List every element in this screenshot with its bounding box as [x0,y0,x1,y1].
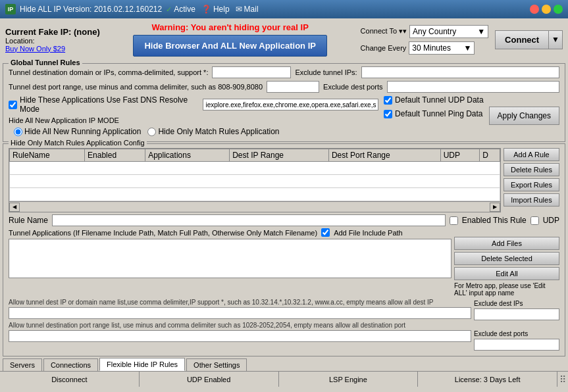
rule-name-input[interactable] [52,214,446,226]
allow-dest-input[interactable] [9,307,471,319]
allow-port-input[interactable] [9,330,471,342]
udp-checkbox[interactable] [384,96,392,105]
tab-other[interactable]: Other Settings [186,358,247,371]
tunnel-apps-area [9,239,452,278]
warning-section: Warning: You aren't hiding your real IP … [107,22,354,57]
empty-row-2 [10,175,500,188]
exclude-ports-input[interactable] [387,81,559,93]
allow-dest-left: Allow tunnel dest IP or domain name list… [9,299,471,342]
col-dest-ip: Dest IP Range [230,149,329,162]
tunnel-apps-buttons: Add Files Delete Selected Edit All For M… [454,237,559,297]
dropdown-arrow-icon: ▼ [477,27,485,36]
fast-dns-row: Hide These Applications Use Fast DNS Res… [9,95,378,114]
change-every-label: Change Every [361,44,407,52]
close-button[interactable] [530,5,539,14]
mail-label[interactable]: Mail [244,5,259,14]
fast-dns-label: Hide These Applications Use Fast DNS Res… [20,95,200,114]
fake-ip-title: Current Fake IP: (none) [5,27,100,37]
minimize-button[interactable] [542,5,551,14]
fast-dns-apps-input[interactable] [203,99,378,110]
tab-servers[interactable]: Servers [3,358,42,371]
allow-dest-right: Exclude dest IPs Exclude dest ports [474,299,559,351]
rules-table-container: RuleName Enabled Applications Dest IP Ra… [9,148,501,202]
hide-mode-label: Hide All New Application IP MODE [9,116,119,124]
tunnel-apps-section: Add Files Delete Selected Edit All For M… [9,237,559,297]
radio-match-item: Hide Only Match Rules Application [147,127,279,136]
left-tunnel-opts: Hide These Applications Use Fast DNS Res… [9,95,378,136]
exclude-ips-label: Exclude tunnel IPs: [295,68,357,76]
lower-tunnel-section: Hide These Applications Use Fast DNS Res… [9,95,559,136]
edit-all-button[interactable]: Edit All [454,267,559,280]
col-enabled: Enabled [85,149,145,162]
scroll-left-button[interactable]: ◀ [9,203,20,212]
status-license: License: 3 Days Left [418,372,557,387]
add-rule-button[interactable]: Add A Rule [503,148,559,161]
fast-dns-checkbox[interactable] [9,101,17,109]
title-bar-left: IP Hide ALL IP Version: 2016.02.12.16021… [5,4,259,14]
connect-button[interactable]: Connect [495,30,549,49]
col-d: D [480,149,500,162]
exclude-dest-ports-group: Exclude dest ports [474,330,559,351]
empty-row [10,162,500,175]
import-rules-button[interactable]: Import Rules [503,193,559,207]
allow-dest-section: Allow tunnel dest IP or domain name list… [9,299,559,351]
fake-ip-box: Current Fake IP: (none) Location: Buy No… [5,27,100,53]
dest-port-input[interactable] [267,81,319,93]
allow-port-label: Allow tunnel destination port range list… [9,322,471,329]
apply-changes-button[interactable]: Apply Changes [489,107,559,125]
app-title: Hide ALL IP Version: 2016.02.12.160212 [20,5,162,14]
col-dest-port: Dest Port Range [328,149,440,162]
col-udp: UDP [440,149,480,162]
active-label[interactable]: Active [174,5,195,14]
buy-link[interactable]: Buy Now Only $29 [5,45,100,53]
radio-match[interactable] [147,128,156,136]
tab-connections[interactable]: Connections [43,358,98,371]
ping-row: Default Tunnel Ping Data [384,109,484,118]
app-icon: IP [5,4,16,14]
hide-button[interactable]: Hide Browser And ALL New Application IP [133,35,327,57]
exclude-dest-ports-label: Exclude dest ports [474,330,559,337]
exclude-dest-ips-input[interactable] [474,308,559,320]
status-disconnect[interactable]: Disconnect [0,372,140,387]
rule-name-label: Rule Name [9,216,48,225]
toolbar-buttons: ✓ Active ❓ Help ✉ Mail [166,5,258,14]
add-files-button[interactable]: Add Files [454,237,559,250]
ping-label: Default Tunnel Ping Data [395,109,482,118]
connect-to-row: Connect To ▾▾ Any Country ▼ [361,25,489,38]
mail-icon: ✉ [236,5,242,14]
export-rules-button[interactable]: Export Rules [503,178,559,191]
connect-to-label: Connect To ▾▾ [361,27,407,36]
change-every-dropdown[interactable]: 30 Minutes ▼ [409,41,475,55]
hide-mode-row: Hide All New Application IP MODE [9,116,378,124]
add-file-path-checkbox[interactable] [321,228,330,237]
maximize-button[interactable] [554,5,563,14]
delete-rules-button[interactable]: Delete Rules [503,163,559,176]
rules-config-title: Hide Only Match Rules Application Config [9,139,147,147]
help-label[interactable]: Help [213,5,230,14]
rule-udp-checkbox[interactable] [530,216,539,225]
tab-flexible[interactable]: Flexible Hide IP Rules [99,358,185,371]
empty-row-3 [10,188,500,201]
scroll-right-button[interactable]: ▶ [490,203,500,212]
col-applications: Applications [145,149,230,162]
rules-table-section: RuleName Enabled Applications Dest IP Ra… [9,148,501,212]
connect-section: Connect To ▾▾ Any Country ▼ Change Every… [361,25,489,55]
tabs-bar: Servers Connections Flexible Hide IP Rul… [0,358,568,371]
radio-match-label: Hide Only Match Rules Application [158,127,279,136]
exclude-ips-input[interactable] [361,66,559,78]
dest-label: Tunnel destination domain or IPs, comma-… [9,68,208,76]
country-value: Any Country [413,27,456,36]
exclude-dest-ports-input[interactable] [474,339,559,351]
country-dropdown[interactable]: Any Country ▼ [409,25,488,38]
enabled-rule-checkbox[interactable] [450,216,458,225]
delete-selected-button[interactable]: Delete Selected [454,252,559,265]
metro-note: For Metro app, please use 'Edit ALL' inp… [454,282,559,297]
location-label: Location: [5,37,100,45]
dest-input[interactable] [212,66,291,78]
radio-all[interactable] [14,128,22,136]
udp-label: Default Tunnel UDP Data [395,95,484,105]
ping-checkbox[interactable] [384,110,392,118]
connect-dropdown-button[interactable]: ▼ [549,30,563,49]
radio-row: Hide All New Running Application Hide On… [9,127,378,136]
table-body [10,162,500,201]
